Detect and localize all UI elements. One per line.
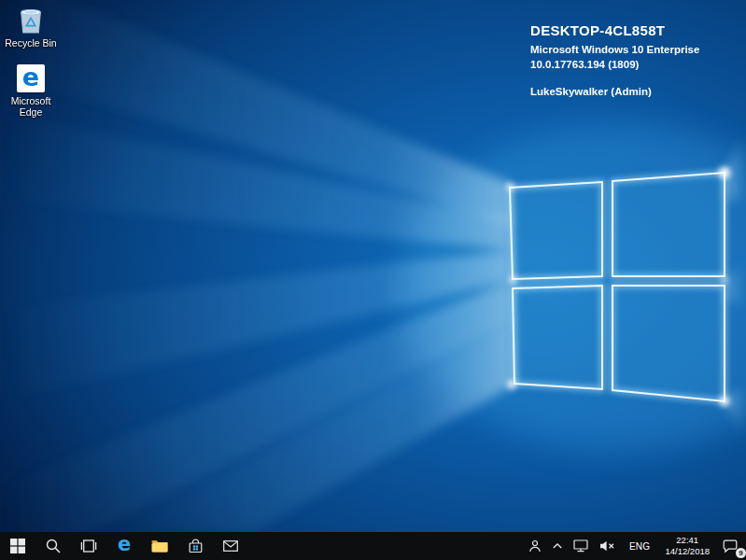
network-icon (573, 539, 588, 553)
hostname-text: DESKTOP-4CL858T (530, 22, 699, 38)
search-button[interactable] (35, 532, 71, 560)
chevron-up-icon (553, 543, 562, 549)
search-icon (46, 539, 61, 553)
desktop-icon-recycle-bin[interactable]: Recycle Bin (2, 6, 60, 49)
language-indicator[interactable]: ENG (622, 532, 658, 560)
action-center-button[interactable]: 9 (717, 532, 746, 560)
taskbar: e (0, 532, 746, 560)
windows-desktop-screen: Recycle Bin e Microsoft Edge DESKTOP-4CL… (0, 0, 746, 560)
clock[interactable]: 22:41 14/12/2018 (657, 532, 717, 560)
logged-in-user-text: LukeSkywalker (Admin) (530, 86, 699, 97)
people-button[interactable] (523, 532, 547, 560)
start-button[interactable] (0, 532, 35, 560)
desktop-icon-microsoft-edge[interactable]: e Microsoft Edge (2, 64, 60, 119)
edge-icon: e (118, 535, 131, 554)
system-info-overlay: DESKTOP-4CL858T Microsoft Windows 10 Ent… (530, 22, 699, 97)
task-view-button[interactable] (71, 532, 106, 560)
desktop-icon-column: Recycle Bin e Microsoft Edge (2, 6, 60, 119)
file-explorer-button[interactable] (142, 532, 177, 560)
task-view-icon (80, 539, 97, 553)
time-text: 22:41 (676, 535, 698, 546)
mail-button[interactable] (213, 532, 248, 560)
desktop: Recycle Bin e Microsoft Edge DESKTOP-4CL… (0, 0, 746, 532)
edge-logo-icon: e (17, 64, 45, 92)
network-button[interactable] (568, 532, 594, 560)
store-bag-icon (189, 539, 203, 553)
volume-muted-icon (599, 540, 616, 552)
os-name-text: Microsoft Windows 10 Enterprise (530, 43, 699, 58)
notification-badge: 9 (736, 548, 746, 558)
system-tray: ENG 22:41 14/12/2018 9 (523, 532, 746, 560)
os-version-text: 10.0.17763.194 (1809) (530, 58, 699, 73)
mail-envelope-icon (223, 540, 238, 552)
store-button[interactable] (177, 532, 213, 560)
people-icon (528, 539, 542, 553)
edge-label: Microsoft Edge (2, 95, 60, 119)
volume-button[interactable] (594, 532, 622, 560)
windows-logo-icon (10, 539, 25, 553)
folder-icon (151, 539, 168, 553)
show-hidden-icons-button[interactable] (547, 532, 568, 560)
recycle-bin-icon (18, 6, 44, 35)
taskbar-edge-button[interactable]: e (106, 532, 142, 560)
date-text: 14/12/2018 (665, 546, 710, 557)
recycle-bin-label: Recycle Bin (5, 37, 56, 49)
